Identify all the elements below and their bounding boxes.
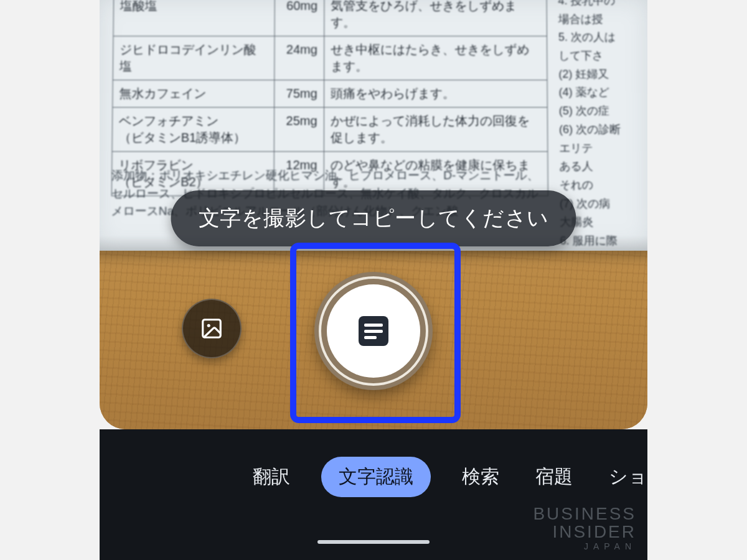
ingredient-name: 塩酸塩 <box>113 0 275 36</box>
ingredient-effect: かぜによって消耗した体力の回復を促します。 <box>324 108 548 152</box>
gallery-button[interactable] <box>182 299 242 358</box>
mode-translate[interactable]: 翻訳 <box>248 458 295 496</box>
ingredient-name: ベンフォチアミン （ビタミンB1誘導体） <box>112 108 274 152</box>
ingredient-name: ジヒドロコデインリン酸塩 <box>113 36 274 80</box>
mode-search[interactable]: 検索 <box>457 458 504 496</box>
ingredient-effect: 気管支をひろげ、せきをしずめます。 <box>324 0 547 36</box>
table-row: 塩酸塩 60mg 気管支をひろげ、せきをしずめます。 <box>113 0 547 36</box>
table-row: ジヒドロコデインリン酸塩 24mg せき中枢にはたらき、せきをしずめます。 <box>113 36 547 80</box>
ingredient-effect: 頭痛をやわらげます。 <box>324 80 547 108</box>
shutter-ring <box>319 276 428 386</box>
mode-text-recognition[interactable]: 文字認識 <box>321 457 431 497</box>
mode-homework[interactable]: 宿題 <box>530 458 578 496</box>
ingredient-amount: 75mg <box>274 80 324 108</box>
table-row: 無水カフェイン 75mg 頭痛をやわらげます。 <box>113 80 548 108</box>
shutter-button[interactable] <box>314 272 433 390</box>
svg-point-1 <box>207 324 210 327</box>
ingredient-amount: 25mg <box>274 108 324 152</box>
ingredient-amount: 60mg <box>275 0 324 36</box>
ingredient-name: 無水カフェイン <box>113 80 275 108</box>
text-document-icon <box>359 316 388 346</box>
instruction-toast: 文字を撮影してコピーしてください <box>171 190 576 246</box>
bottom-bar: 翻訳 文字認識 検索 宿題 ショ <box>100 429 647 560</box>
camera-viewfinder: 塩酸塩 60mg 気管支をひろげ、せきをしずめます。 ジヒドロコデインリン酸塩 … <box>100 0 647 429</box>
app-frame: 塩酸塩 60mg 気管支をひろげ、せきをしずめます。 ジヒドロコデインリン酸塩 … <box>100 0 647 560</box>
mode-shopping-partial[interactable]: ショ <box>604 458 647 496</box>
gallery-icon <box>200 317 223 340</box>
ingredient-effect: せき中枢にはたらき、せきをしずめます。 <box>324 36 547 80</box>
shutter-inner <box>327 284 420 378</box>
table-row: ベンフォチアミン （ビタミンB1誘導体） 25mg かぜによって消耗した体力の回… <box>112 108 548 152</box>
ingredient-amount: 24mg <box>274 36 324 80</box>
mode-selector[interactable]: 翻訳 文字認識 検索 宿題 ショ <box>100 457 647 497</box>
home-indicator[interactable] <box>317 540 430 544</box>
